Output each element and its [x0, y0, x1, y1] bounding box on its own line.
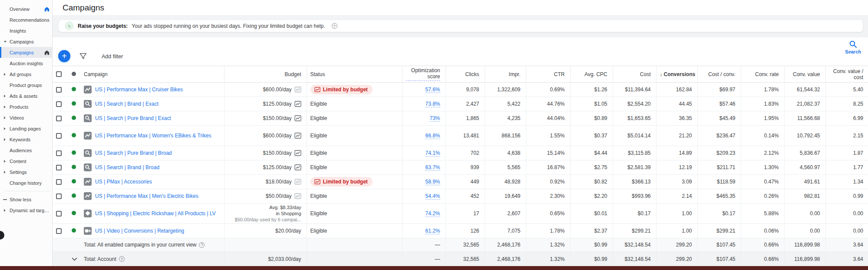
optimization-score-link[interactable]: 58.9% — [425, 179, 440, 185]
expand-chevron-icon[interactable] — [72, 257, 77, 261]
filter-icon[interactable] — [79, 53, 87, 61]
sidebar-item-show-less[interactable]: Show less — [0, 194, 52, 205]
column-header-conversions-sorted[interactable]: ↓Conversions — [660, 71, 696, 77]
help-icon[interactable]: ? — [199, 242, 205, 248]
row-checkbox[interactable] — [56, 211, 62, 217]
sidebar-item-settings[interactable]: Settings — [0, 167, 52, 177]
optimization-score-link[interactable]: 61.2% — [425, 228, 440, 234]
sidebar-item-change-history[interactable]: Change history — [0, 177, 52, 188]
select-all-checkbox[interactable] — [56, 71, 62, 77]
sidebar-item-ads-assets[interactable]: Ads & assets — [0, 90, 52, 101]
budget-chart-icon[interactable] — [294, 115, 301, 121]
budget-chart-icon[interactable] — [294, 150, 301, 156]
optimization-score-link[interactable]: 57.6% — [425, 87, 440, 93]
campaign-enabled-dot[interactable] — [72, 87, 76, 91]
campaign-enabled-dot[interactable] — [72, 101, 76, 106]
row-checkbox[interactable] — [56, 101, 62, 107]
budget-value[interactable]: $20.00/day — [275, 228, 301, 234]
campaign-enabled-dot[interactable] — [72, 193, 76, 198]
row-checkbox[interactable] — [56, 87, 62, 93]
row-checkbox[interactable] — [56, 179, 62, 185]
column-header-budget[interactable]: Budget — [284, 71, 301, 77]
column-header-impr-[interactable]: Impr. — [509, 71, 521, 77]
sidebar-item-dynamic-ad-targets[interactable]: Dynamic ad targets — [0, 205, 52, 216]
status-filter-dot[interactable] — [72, 72, 76, 76]
optimization-score-link[interactable]: 73% — [429, 115, 440, 122]
sidebar-item-product-groups[interactable]: Product groups — [0, 80, 52, 90]
budget-value[interactable]: $125.00/day — [263, 101, 291, 107]
budget-chart-icon[interactable] — [294, 164, 301, 170]
optimization-score-link[interactable]: 74.1% — [425, 150, 440, 157]
row-checkbox[interactable] — [56, 133, 62, 139]
help-icon[interactable]: ? — [332, 23, 337, 29]
sidebar-item-videos[interactable]: Videos — [0, 112, 52, 123]
budget-chart-icon[interactable] — [294, 133, 301, 139]
column-header-status[interactable]: Status — [310, 71, 325, 77]
budget-value[interactable]: $125.00/day — [263, 164, 291, 170]
budget-value[interactable]: $150.00/day — [263, 150, 291, 156]
campaign-enabled-dot[interactable] — [72, 133, 76, 137]
add-campaign-button[interactable]: + — [58, 50, 70, 62]
sidebar-item-products[interactable]: Products — [0, 101, 52, 112]
budget-value[interactable]: $150.00/day — [263, 115, 291, 121]
status-limited-by-budget[interactable]: Limited by budget — [310, 85, 373, 94]
add-filter-button[interactable]: Add filter — [102, 53, 123, 60]
budget-chart-icon[interactable] — [294, 193, 301, 199]
campaign-name-link[interactable]: US | Search | Brand | Broad — [95, 164, 159, 171]
column-header-cost-conv-[interactable]: Cost / conv. — [708, 71, 735, 77]
search-button[interactable]: Search — [845, 40, 861, 54]
column-header-avg-cpc[interactable]: Avg. CPC — [584, 71, 607, 77]
campaign-name-link[interactable]: US | Performance Max | Women's EBikes & … — [95, 133, 211, 139]
sidebar-item-keywords[interactable]: Keywords — [0, 134, 52, 145]
budget-value[interactable]: $50.00/day — [266, 193, 291, 199]
column-header-optimization-score[interactable]: Optimization score — [406, 67, 440, 81]
campaign-name-link[interactable]: US | Performance Max | Men's Electric Bi… — [95, 193, 198, 200]
status-limited-by-budget[interactable]: Limited by budget — [310, 177, 373, 187]
campaign-enabled-dot[interactable] — [72, 179, 76, 183]
campaign-name-link[interactable]: US | Search | Pure Brand | Exact — [95, 115, 171, 122]
campaign-enabled-dot[interactable] — [72, 165, 76, 169]
campaign-name-link[interactable]: US | PMax | Accessories — [95, 179, 152, 185]
campaign-enabled-dot[interactable] — [72, 150, 76, 155]
budget-value[interactable]: $600.00/day — [263, 87, 291, 93]
column-header-conv-rate[interactable]: Conv. rate — [755, 71, 779, 77]
sidebar-item-audiences[interactable]: Audiences — [0, 145, 52, 156]
campaign-enabled-dot[interactable] — [72, 116, 76, 120]
campaign-name-link[interactable]: US | Search | Pure Brand | Broad — [95, 150, 172, 157]
sidebar-item-ad-groups[interactable]: Ad groups — [0, 69, 52, 80]
optimization-score-link[interactable]: 73.8% — [425, 101, 440, 107]
sidebar-item-recommendations[interactable]: Recommendations — [0, 14, 52, 25]
optimization-score-link[interactable]: 54.4% — [425, 193, 440, 200]
sidebar-item-campaigns[interactable]: Campaigns — [0, 47, 52, 58]
row-checkbox[interactable] — [56, 193, 62, 199]
sidebar-item-auction-insights[interactable]: Auction insights — [0, 58, 52, 69]
campaign-enabled-dot[interactable] — [72, 211, 76, 215]
row-checkbox[interactable] — [56, 165, 62, 170]
optimization-score-link[interactable]: 63.7% — [425, 164, 440, 171]
sidebar-item-content[interactable]: Content — [0, 156, 52, 167]
column-header-conv-value[interactable]: Conv. value — [793, 71, 820, 77]
budget-chart-icon[interactable] — [294, 101, 301, 107]
row-checkbox[interactable] — [56, 228, 62, 234]
budget-value[interactable]: $18.00/day — [266, 179, 291, 185]
sidebar-item-overview[interactable]: Overview — [0, 3, 52, 14]
campaign-name-link[interactable]: US | Shopping | Electric Rickshaw | All … — [95, 210, 216, 217]
campaign-name-link[interactable]: US | Video | Conversions | Retargeting — [95, 228, 184, 234]
budget-value[interactable]: Avg. $8.33/day in Shopping $50.00/day us… — [228, 204, 301, 223]
campaign-name-link[interactable]: US | Search | Brand | Exact — [95, 101, 158, 107]
row-checkbox[interactable] — [56, 116, 62, 121]
optimization-score-link[interactable]: 66.8% — [425, 133, 440, 139]
help-icon[interactable]: ? — [119, 256, 125, 262]
row-checkbox[interactable] — [56, 150, 62, 156]
column-header-cost[interactable]: Cost — [640, 71, 651, 77]
column-header-campaign[interactable]: Campaign — [84, 71, 108, 77]
sidebar-item-campaigns[interactable]: Campaigns — [0, 36, 52, 47]
budget-value[interactable]: $600.00/day — [263, 133, 291, 139]
column-header-ctr[interactable]: CTR — [554, 71, 565, 77]
budget-alert-banner[interactable]: ↑↓ Raise your budgets: Your ads stopped … — [58, 20, 863, 32]
sidebar-item-insights[interactable]: Insights — [0, 25, 52, 36]
column-header-conv-value-cost[interactable]: Conv. value / cost — [833, 68, 863, 80]
campaign-name-link[interactable]: US | Performance Max | Cruiser Bikes — [95, 87, 183, 93]
campaign-enabled-dot[interactable] — [72, 228, 76, 233]
optimization-score-link[interactable]: 74.2% — [425, 210, 440, 217]
